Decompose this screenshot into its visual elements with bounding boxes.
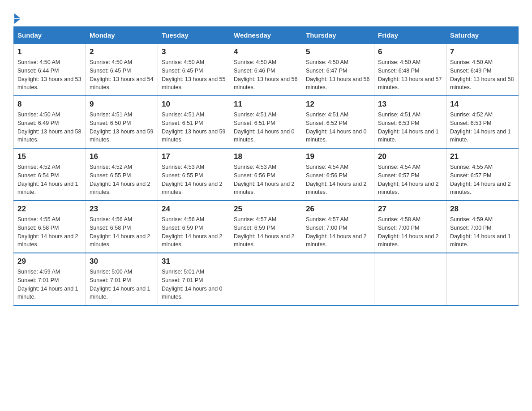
- day-number: 25: [234, 205, 298, 214]
- calendar-cell: 7 Sunrise: 4:50 AMSunset: 6:49 PMDayligh…: [446, 44, 519, 96]
- day-info: Sunrise: 4:52 AMSunset: 6:53 PMDaylight:…: [450, 111, 515, 144]
- day-info: Sunrise: 4:54 AMSunset: 6:56 PMDaylight:…: [306, 163, 370, 197]
- calendar-cell: 19 Sunrise: 4:54 AMSunset: 6:56 PMDaylig…: [302, 148, 374, 201]
- calendar-cell: 25 Sunrise: 4:57 AMSunset: 6:59 PMDaylig…: [230, 201, 302, 253]
- day-number: 15: [17, 152, 82, 161]
- day-info: Sunrise: 4:59 AMSunset: 7:00 PMDaylight:…: [450, 215, 515, 249]
- day-number: 4: [234, 47, 298, 56]
- day-number: 11: [234, 100, 298, 109]
- calendar-cell: 6 Sunrise: 4:50 AMSunset: 6:48 PMDayligh…: [374, 44, 446, 96]
- col-header-monday: Monday: [86, 27, 158, 44]
- day-info: Sunrise: 4:52 AMSunset: 6:54 PMDaylight:…: [17, 163, 82, 197]
- day-number: 5: [306, 47, 370, 56]
- calendar-week-row: 22 Sunrise: 4:55 AMSunset: 6:58 PMDaylig…: [14, 201, 519, 253]
- day-number: 30: [90, 257, 154, 266]
- calendar-cell: 23 Sunrise: 4:56 AMSunset: 6:58 PMDaylig…: [86, 201, 158, 253]
- day-info: Sunrise: 4:54 AMSunset: 6:57 PMDaylight:…: [378, 163, 442, 197]
- day-info: Sunrise: 4:51 AMSunset: 6:52 PMDaylight:…: [306, 111, 370, 144]
- day-number: 1: [17, 47, 82, 56]
- day-number: 21: [450, 152, 515, 161]
- calendar-cell: [374, 253, 446, 305]
- calendar-cell: 5 Sunrise: 4:50 AMSunset: 6:47 PMDayligh…: [302, 44, 374, 96]
- day-info: Sunrise: 4:56 AMSunset: 6:58 PMDaylight:…: [90, 215, 154, 249]
- day-info: Sunrise: 5:01 AMSunset: 7:01 PMDaylight:…: [162, 268, 226, 301]
- calendar-week-row: 8 Sunrise: 4:50 AMSunset: 6:49 PMDayligh…: [14, 96, 519, 148]
- day-info: Sunrise: 4:55 AMSunset: 6:57 PMDaylight:…: [450, 163, 515, 197]
- day-number: 26: [306, 205, 370, 214]
- calendar-cell: 14 Sunrise: 4:52 AMSunset: 6:53 PMDaylig…: [446, 96, 519, 148]
- calendar-cell: 31 Sunrise: 5:01 AMSunset: 7:01 PMDaylig…: [158, 253, 230, 305]
- calendar-cell: 17 Sunrise: 4:53 AMSunset: 6:55 PMDaylig…: [158, 148, 230, 201]
- calendar-cell: 12 Sunrise: 4:51 AMSunset: 6:52 PMDaylig…: [302, 96, 374, 148]
- day-info: Sunrise: 4:51 AMSunset: 6:50 PMDaylight:…: [90, 111, 154, 144]
- day-number: 27: [378, 205, 442, 214]
- day-number: 24: [162, 205, 226, 214]
- day-info: Sunrise: 4:52 AMSunset: 6:55 PMDaylight:…: [90, 163, 154, 197]
- calendar-cell: [302, 253, 374, 305]
- day-info: Sunrise: 4:57 AMSunset: 6:59 PMDaylight:…: [234, 215, 298, 249]
- day-info: Sunrise: 5:00 AMSunset: 7:01 PMDaylight:…: [90, 268, 154, 301]
- calendar-cell: 27 Sunrise: 4:58 AMSunset: 7:00 PMDaylig…: [374, 201, 446, 253]
- page-header: [13, 9, 519, 22]
- day-number: 7: [450, 47, 515, 56]
- calendar-cell: 28 Sunrise: 4:59 AMSunset: 7:00 PMDaylig…: [446, 201, 519, 253]
- day-info: Sunrise: 4:57 AMSunset: 7:00 PMDaylight:…: [306, 215, 370, 249]
- col-header-tuesday: Tuesday: [158, 27, 230, 44]
- day-info: Sunrise: 4:51 AMSunset: 6:53 PMDaylight:…: [378, 111, 442, 144]
- day-info: Sunrise: 4:55 AMSunset: 6:58 PMDaylight:…: [17, 215, 82, 249]
- calendar-cell: 13 Sunrise: 4:51 AMSunset: 6:53 PMDaylig…: [374, 96, 446, 148]
- day-number: 31: [162, 257, 226, 266]
- col-header-friday: Friday: [374, 27, 446, 44]
- calendar-week-row: 29 Sunrise: 4:59 AMSunset: 7:01 PMDaylig…: [14, 253, 519, 305]
- day-info: Sunrise: 4:56 AMSunset: 6:59 PMDaylight:…: [162, 215, 226, 249]
- day-info: Sunrise: 4:51 AMSunset: 6:51 PMDaylight:…: [234, 111, 298, 144]
- calendar-header-row: SundayMondayTuesdayWednesdayThursdayFrid…: [14, 27, 519, 44]
- calendar-cell: 1 Sunrise: 4:50 AMSunset: 6:44 PMDayligh…: [14, 44, 86, 96]
- calendar-cell: 8 Sunrise: 4:50 AMSunset: 6:49 PMDayligh…: [14, 96, 86, 148]
- day-number: 14: [450, 100, 515, 109]
- day-info: Sunrise: 4:50 AMSunset: 6:49 PMDaylight:…: [17, 111, 82, 144]
- day-number: 10: [162, 100, 226, 109]
- day-info: Sunrise: 4:50 AMSunset: 6:45 PMDaylight:…: [162, 58, 226, 92]
- day-info: Sunrise: 4:50 AMSunset: 6:45 PMDaylight:…: [90, 58, 154, 92]
- day-number: 18: [234, 152, 298, 161]
- calendar-cell: 18 Sunrise: 4:53 AMSunset: 6:56 PMDaylig…: [230, 148, 302, 201]
- calendar-cell: 26 Sunrise: 4:57 AMSunset: 7:00 PMDaylig…: [302, 201, 374, 253]
- day-number: 28: [450, 205, 515, 214]
- calendar-cell: 3 Sunrise: 4:50 AMSunset: 6:45 PMDayligh…: [158, 44, 230, 96]
- day-number: 12: [306, 100, 370, 109]
- calendar-cell: [446, 253, 519, 305]
- day-number: 2: [90, 47, 154, 56]
- day-number: 19: [306, 152, 370, 161]
- day-number: 20: [378, 152, 442, 161]
- day-number: 9: [90, 100, 154, 109]
- day-info: Sunrise: 4:53 AMSunset: 6:55 PMDaylight:…: [162, 163, 226, 197]
- calendar-cell: 15 Sunrise: 4:52 AMSunset: 6:54 PMDaylig…: [14, 148, 86, 201]
- day-number: 22: [17, 205, 82, 214]
- day-number: 3: [162, 47, 226, 56]
- col-header-thursday: Thursday: [302, 27, 374, 44]
- calendar-cell: 2 Sunrise: 4:50 AMSunset: 6:45 PMDayligh…: [86, 44, 158, 96]
- calendar-cell: 4 Sunrise: 4:50 AMSunset: 6:46 PMDayligh…: [230, 44, 302, 96]
- calendar-cell: 30 Sunrise: 5:00 AMSunset: 7:01 PMDaylig…: [86, 253, 158, 305]
- day-info: Sunrise: 4:50 AMSunset: 6:47 PMDaylight:…: [306, 58, 370, 92]
- day-number: 8: [17, 100, 82, 109]
- day-number: 17: [162, 152, 226, 161]
- calendar-cell: 29 Sunrise: 4:59 AMSunset: 7:01 PMDaylig…: [14, 253, 86, 305]
- calendar-week-row: 15 Sunrise: 4:52 AMSunset: 6:54 PMDaylig…: [14, 148, 519, 201]
- day-info: Sunrise: 4:53 AMSunset: 6:56 PMDaylight:…: [234, 163, 298, 197]
- calendar-week-row: 1 Sunrise: 4:50 AMSunset: 6:44 PMDayligh…: [14, 44, 519, 96]
- calendar-cell: 22 Sunrise: 4:55 AMSunset: 6:58 PMDaylig…: [14, 201, 86, 253]
- calendar-cell: 20 Sunrise: 4:54 AMSunset: 6:57 PMDaylig…: [374, 148, 446, 201]
- day-info: Sunrise: 4:58 AMSunset: 7:00 PMDaylight:…: [378, 215, 442, 249]
- calendar-table: SundayMondayTuesdayWednesdayThursdayFrid…: [13, 26, 519, 306]
- day-info: Sunrise: 4:51 AMSunset: 6:51 PMDaylight:…: [162, 111, 226, 144]
- day-number: 13: [378, 100, 442, 109]
- col-header-sunday: Sunday: [14, 27, 86, 44]
- col-header-wednesday: Wednesday: [230, 27, 302, 44]
- day-info: Sunrise: 4:50 AMSunset: 6:49 PMDaylight:…: [450, 58, 515, 92]
- calendar-cell: 21 Sunrise: 4:55 AMSunset: 6:57 PMDaylig…: [446, 148, 519, 201]
- calendar-cell: [230, 253, 302, 305]
- calendar-cell: 9 Sunrise: 4:51 AMSunset: 6:50 PMDayligh…: [86, 96, 158, 148]
- day-info: Sunrise: 4:59 AMSunset: 7:01 PMDaylight:…: [17, 268, 82, 301]
